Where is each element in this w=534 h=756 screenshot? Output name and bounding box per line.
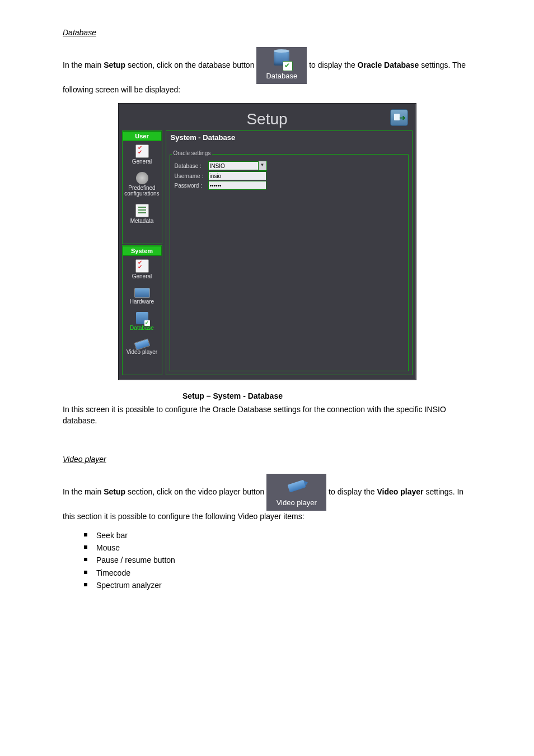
database-intro-paragraph: In the main Setup section, click on the …: [63, 47, 472, 95]
database-icon: [271, 50, 292, 70]
oracle-settings-group: Database : ▼ Username : Password :: [170, 154, 409, 196]
list-item: Seek bar: [84, 530, 472, 541]
section-heading-database: Database: [63, 28, 534, 37]
video-player-bullet-list: Seek bar Mouse Pause / resume button Tim…: [84, 530, 472, 591]
sidebar-item-label: Video player: [123, 349, 162, 356]
database-icon-label: Database: [266, 72, 297, 80]
txt: In the main: [63, 487, 104, 496]
database-icon: [136, 312, 148, 324]
sidebar-item-label: Database: [123, 325, 162, 332]
database-icon-tile: Database: [256, 47, 307, 84]
txt: to display the: [329, 487, 377, 496]
list-item: Pause / resume button: [84, 554, 472, 566]
checklist-icon: [135, 259, 149, 273]
sidebar-item-label: General: [123, 159, 162, 165]
close-button[interactable]: [390, 109, 408, 126]
database-field-label: Database :: [175, 163, 208, 169]
sidebar-item-predefined-configs[interactable]: Predefined configurations: [123, 169, 162, 200]
password-field-label: Password :: [175, 183, 208, 189]
figure-caption: Setup – System - Database: [182, 391, 534, 400]
gear-icon: [136, 172, 148, 184]
password-input[interactable]: [208, 181, 266, 190]
sidebar-item-database[interactable]: Database: [123, 309, 162, 335]
sidebar-item-label: Predefined configurations: [123, 185, 162, 197]
oracle-db-phrase: Oracle Database: [358, 60, 419, 69]
sidebar-item-hardware[interactable]: Hardware: [123, 283, 162, 309]
setup-window-title: Setup: [122, 110, 413, 128]
list-item: Timecode: [84, 567, 472, 578]
sidebar-item-video-player[interactable]: Video player: [123, 334, 162, 359]
username-field-label: Username :: [175, 173, 208, 179]
sidebar-header-user: User: [123, 131, 162, 141]
checklist-icon: [135, 144, 149, 158]
video-player-intro-paragraph: In the main Setup section, click on the …: [63, 474, 472, 522]
setup-word: Setup: [104, 487, 125, 496]
setup-word: Setup: [104, 60, 125, 69]
list-item: Mouse: [84, 542, 472, 553]
txt: section, click on the video player butto…: [125, 487, 266, 496]
sidebar-item-system-general[interactable]: General: [123, 256, 162, 283]
sidebar-item-label: Metadata: [123, 218, 162, 225]
content-lower-frame: [170, 196, 409, 371]
after-figure-paragraph: In this screen it is possible to configu…: [63, 404, 472, 427]
setup-sidebar: User General Predefined configurations M…: [122, 130, 162, 375]
oracle-settings-legend: Oracle settings: [172, 150, 213, 156]
username-input[interactable]: [208, 171, 266, 180]
sidebar-header-system: System: [123, 246, 162, 256]
video-player-icon: [287, 477, 307, 497]
chevron-down-icon[interactable]: ▼: [259, 161, 267, 171]
sidebar-item-metadata[interactable]: Metadata: [123, 200, 162, 228]
section-heading-video-player: Video player: [63, 455, 534, 464]
database-combobox[interactable]: [208, 161, 259, 170]
list-item: Spectrum analyzer: [84, 580, 472, 591]
setup-window: Setup User General Predefined configurat…: [118, 103, 416, 380]
sidebar-item-label: Hardware: [123, 299, 162, 305]
txt: to display the: [309, 60, 357, 69]
sidebar-item-label: General: [123, 274, 162, 280]
sidebar-item-user-general[interactable]: General: [123, 141, 162, 169]
setup-content-panel: System - Database Oracle settings Databa…: [166, 130, 413, 375]
video-player-bold: Video player: [377, 487, 423, 496]
video-player-icon-label: Video player: [277, 498, 317, 507]
video-player-icon-tile: Video player: [266, 474, 326, 511]
content-panel-title: System - Database: [171, 133, 409, 142]
txt: section, click on the database button: [125, 60, 256, 69]
hardware-icon: [134, 288, 150, 298]
txt: In the main: [63, 60, 104, 69]
list-icon: [135, 204, 149, 217]
